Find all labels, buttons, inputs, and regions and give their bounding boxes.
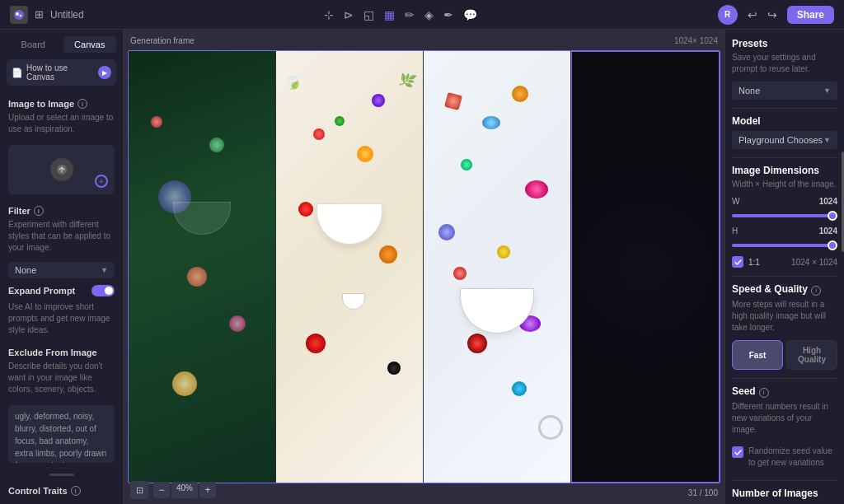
seed-info-icon[interactable]: i [759, 388, 769, 398]
seed-title-row: Seed i [732, 385, 837, 399]
height-slider[interactable] [732, 244, 837, 247]
control-traits-title: Control Traits i [0, 479, 123, 497]
comment-tool-icon[interactable]: 💬 [463, 8, 477, 21]
presets-dropdown[interactable]: None ▼ [732, 82, 837, 100]
model-dropdown[interactable]: Playground Chooses ▼ [732, 131, 837, 149]
canvas-doc-icon: 📄 [12, 68, 23, 78]
panel-divider[interactable] [0, 470, 123, 479]
canvas-area[interactable]: Generation frame 1024× 1024 [124, 30, 724, 504]
presets-section: Presets Save your settings and prompt to… [732, 38, 837, 100]
filter-dropdown[interactable]: None ▼ [8, 262, 115, 278]
exclude-textarea[interactable]: ugly, deformed, noisy, blurry, distorted… [8, 405, 115, 463]
exclude-from-image-section: Exclude From Image Describe details you … [0, 341, 123, 470]
width-slider-group: W 1024 [732, 197, 837, 220]
share-button[interactable]: Share [787, 6, 834, 24]
tab-canvas[interactable]: Canvas [63, 36, 117, 53]
expand-prompt-desc: Use AI to improve short prompts and get … [0, 300, 123, 341]
paint-tool-icon[interactable]: ✏ [405, 8, 415, 21]
divider-1 [732, 108, 837, 109]
number-of-images-section: Number of Images [732, 488, 837, 499]
seed-title: Seed [732, 385, 756, 397]
eraser-tool-icon[interactable]: ◈ [424, 8, 434, 21]
expand-prompt-title: Expand Prompt [8, 286, 75, 296]
presets-desc: Save your settings and prompt to reuse l… [732, 52, 837, 75]
expand-prompt-toggle[interactable] [91, 285, 115, 296]
height-label: H [732, 226, 738, 236]
app-title: Untitled [50, 9, 84, 21]
expand-prompt-section: Expand Prompt Use AI to improve short pr… [0, 282, 123, 341]
model-value: Playground Chooses [738, 135, 823, 145]
toggle-knob [105, 287, 113, 295]
app-logo [10, 6, 28, 24]
how-to-label: How to use Canvas [26, 63, 95, 82]
speed-quality-title: Speed & Quality [732, 283, 808, 295]
canvas-image-1 [129, 51, 275, 483]
generation-counter: 31 / 100 [688, 488, 718, 497]
left-panel: Board Canvas 📄 How to use Canvas ▶ Image… [0, 30, 124, 504]
presets-title: Presets [732, 38, 837, 49]
filter-title: Filter i [0, 199, 123, 217]
height-label-row: H 1024 [732, 226, 837, 236]
image-dimensions-title: Image Dimensions [732, 165, 837, 176]
speed-quality-buttons: Fast High Quality [732, 340, 837, 370]
zoom-in-button[interactable]: + [199, 482, 216, 498]
image-to-image-info-icon[interactable]: i [77, 99, 87, 109]
seed-randomize-label: Randomize seed value to get new variatio… [748, 446, 837, 469]
width-label: W [732, 197, 739, 206]
image-to-image-desc: Upload or select an image to use as insp… [0, 110, 123, 140]
number-of-images-title: Number of Images [732, 488, 837, 499]
control-traits-section: Control Traits i [0, 479, 123, 497]
control-traits-info-icon[interactable]: i [71, 486, 81, 496]
crop-tool-icon[interactable]: ◱ [363, 8, 374, 21]
undo-redo-group: ↩ ↪ [744, 7, 781, 23]
image-upload-area[interactable]: + [8, 145, 115, 194]
zoom-out-button[interactable]: − [153, 482, 170, 498]
select-tool-icon[interactable]: ⊹ [324, 8, 334, 21]
generation-frame-label: Generation frame 1024× 1024 [127, 36, 721, 45]
topbar-icons: ⊹ ⊳ ◱ ▦ ✏ ◈ ✒ 💬 [324, 8, 477, 21]
tab-board[interactable]: Board [7, 36, 60, 53]
main-layout: Board Canvas 📄 How to use Canvas ▶ Image… [0, 30, 844, 504]
filter-info-icon[interactable]: i [34, 206, 44, 216]
width-slider[interactable] [732, 214, 837, 217]
model-section: Model Playground Chooses ▼ [732, 115, 837, 149]
how-to-canvas-button[interactable]: 📄 How to use Canvas ▶ [7, 59, 116, 86]
zoom-level: 40% [171, 482, 198, 498]
image-gen-tool-icon[interactable]: ▦ [384, 8, 395, 21]
zoom-controls: − 40% + [153, 482, 216, 498]
presets-chevron-icon: ▼ [823, 86, 831, 95]
aspect-ratio-checkbox[interactable] [732, 256, 743, 268]
seed-section: Seed i Different numbers result in new v… [732, 385, 837, 472]
width-value: 1024 [819, 197, 837, 206]
divider-2 [732, 157, 837, 158]
upload-circle[interactable] [50, 158, 73, 181]
image-to-image-section: Image to Image i Upload or select an ima… [0, 92, 123, 199]
presets-value: None [738, 86, 760, 96]
canvas-image-4-generating [571, 51, 720, 483]
tab-bar: Board Canvas [0, 30, 123, 53]
filter-section: Filter i Experiment with different style… [0, 199, 123, 282]
filter-dropdown-value: None [15, 265, 36, 275]
svg-point-0 [14, 10, 24, 20]
undo-button[interactable]: ↩ [744, 7, 761, 23]
fast-button[interactable]: Fast [732, 340, 783, 370]
divider-4 [732, 378, 837, 379]
fit-canvas-button[interactable]: ⊡ [130, 481, 148, 499]
divider-5 [732, 480, 837, 481]
filter-chevron-icon: ▼ [101, 266, 108, 274]
redo-button[interactable]: ↪ [764, 7, 781, 23]
seed-checkmark-icon [734, 450, 742, 455]
exclude-title: Exclude From Image [0, 341, 123, 359]
seed-randomize-row: Randomize seed value to get new variatio… [732, 442, 837, 472]
move-tool-icon[interactable]: ⊳ [344, 8, 354, 21]
topbar-left: ⊞ Untitled [10, 6, 84, 24]
high-quality-button[interactable]: High Quality [786, 340, 837, 370]
add-image-icon[interactable]: + [95, 175, 108, 188]
seed-randomize-checkbox[interactable] [732, 446, 743, 458]
aspect-ratio-detail: 1024 × 1024 [791, 258, 837, 267]
play-icon[interactable]: ▶ [98, 66, 111, 79]
svg-point-1 [16, 12, 19, 16]
pen-tool-icon[interactable]: ✒ [443, 8, 453, 21]
speed-quality-info-icon[interactable]: i [811, 286, 821, 296]
topbar: ⊞ Untitled ⊹ ⊳ ◱ ▦ ✏ ◈ ✒ 💬 R ↩ ↪ Share [0, 0, 844, 30]
